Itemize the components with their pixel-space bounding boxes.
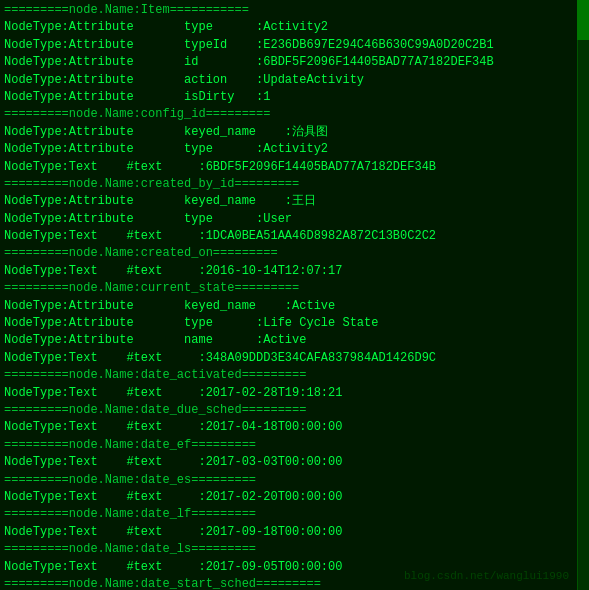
watermark: blog.csdn.net/wanglui1990 (404, 570, 569, 582)
nodetype-line: NodeType:Attribute type :Life Cycle Stat… (4, 315, 581, 332)
separator-line: =========node.Name:Item=========== (4, 2, 581, 19)
separator-line: =========node.Name:created_by_id========… (4, 176, 581, 193)
nodetype-line: NodeType:Text #text :2017-09-18T00:00:00 (4, 524, 581, 541)
nodetype-line: NodeType:Attribute type :Activity2 (4, 141, 581, 158)
separator-line: =========node.Name:date_due_sched=======… (4, 402, 581, 419)
separator-line: =========node.Name:created_on========= (4, 245, 581, 262)
separator-line: =========node.Name:date_ls========= (4, 541, 581, 558)
nodetype-line: NodeType:Attribute id :6BDF5F2096F14405B… (4, 54, 581, 71)
separator-line: =========node.Name:date_es========= (4, 472, 581, 489)
nodetype-line: NodeType:Attribute action :UpdateActivit… (4, 72, 581, 89)
terminal-content: =========node.Name:Item===========NodeTy… (4, 2, 581, 590)
nodetype-line: NodeType:Attribute type :Activity2 (4, 19, 581, 36)
nodetype-line: NodeType:Attribute typeId :E236DB697E294… (4, 37, 581, 54)
nodetype-line: NodeType:Text #text :1DCA0BEA51AA46D8982… (4, 228, 581, 245)
scrollbar-thumb[interactable] (577, 0, 589, 40)
separator-line: =========node.Name:date_ef========= (4, 437, 581, 454)
scrollbar[interactable] (577, 0, 589, 590)
separator-line: =========node.Name:config_id========= (4, 106, 581, 123)
nodetype-line: NodeType:Attribute keyed_name :Active (4, 298, 581, 315)
nodetype-line: NodeType:Text #text :2017-02-28T19:18:21 (4, 385, 581, 402)
nodetype-line: NodeType:Attribute isDirty :1 (4, 89, 581, 106)
nodetype-line: NodeType:Text #text :348A09DDD3E34CAFA83… (4, 350, 581, 367)
nodetype-line: NodeType:Attribute type :User (4, 211, 581, 228)
nodetype-line: NodeType:Attribute keyed_name :王日 (4, 193, 581, 210)
nodetype-line: NodeType:Attribute keyed_name :治具图 (4, 124, 581, 141)
nodetype-line: NodeType:Text #text :2016-10-14T12:07:17 (4, 263, 581, 280)
nodetype-line: NodeType:Text #text :2017-03-03T00:00:00 (4, 454, 581, 471)
separator-line: =========node.Name:current_state========… (4, 280, 581, 297)
nodetype-line: NodeType:Text #text :2017-04-18T00:00:00 (4, 419, 581, 436)
nodetype-line: NodeType:Attribute name :Active (4, 332, 581, 349)
separator-line: =========node.Name:date_lf========= (4, 506, 581, 523)
terminal-window: =========node.Name:Item===========NodeTy… (0, 0, 589, 590)
nodetype-line: NodeType:Text #text :2017-02-20T00:00:00 (4, 489, 581, 506)
separator-line: =========node.Name:date_activated=======… (4, 367, 581, 384)
nodetype-line: NodeType:Text #text :6BDF5F2096F14405BAD… (4, 159, 581, 176)
